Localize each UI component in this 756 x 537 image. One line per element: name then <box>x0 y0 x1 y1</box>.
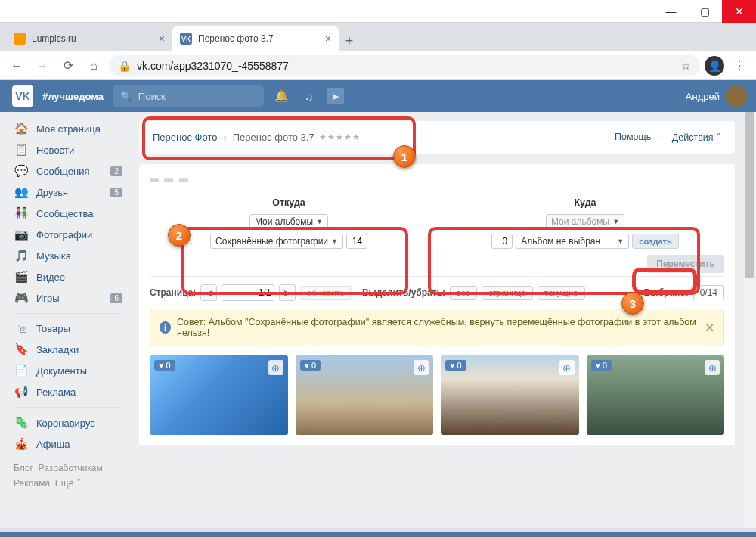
like-badge[interactable]: ♥ 0 <box>300 360 321 371</box>
sidebar-item-documents[interactable]: 📄Документы <box>6 360 130 381</box>
actions-dropdown[interactable]: Действия ˅ <box>672 132 721 143</box>
tip-text: Совет: Альбом "Сохранённые фотографии" я… <box>177 317 699 338</box>
games-icon: 🎮 <box>14 291 29 305</box>
communities-icon: 👫 <box>14 206 29 220</box>
window-maximize-button[interactable]: ▢ <box>688 0 722 23</box>
chevron-down-icon: ▼ <box>316 218 323 225</box>
sidebar-label: Видео <box>36 272 65 283</box>
to-album-select[interactable]: Альбом не выбран▼ <box>516 234 629 249</box>
from-album-select[interactable]: Сохранённые фотографии▼ <box>210 234 343 249</box>
vk-user-menu[interactable]: Андрей <box>686 85 747 107</box>
vertical-scrollbar[interactable] <box>744 112 756 537</box>
chevron-down-icon: ▼ <box>617 237 624 245</box>
breadcrumb-root[interactable]: Перенос Фото <box>153 132 217 143</box>
sidebar-label: Игры <box>36 293 60 304</box>
photo-thumbnail[interactable]: ♥ 0⊕ <box>441 355 579 435</box>
messages-icon: 💬 <box>14 164 29 178</box>
sidebar-item-music[interactable]: 🎵Музыка <box>6 245 130 266</box>
sidebar-item-news[interactable]: 📋Новости <box>6 139 130 160</box>
create-album-button[interactable]: создать <box>632 234 678 249</box>
nav-forward-button[interactable]: → <box>32 55 53 76</box>
to-scope-select[interactable]: Мои альбомы▼ <box>546 214 624 229</box>
move-button[interactable]: Переместить <box>647 255 724 273</box>
zoom-icon[interactable]: ⊕ <box>705 360 720 375</box>
zoom-icon[interactable]: ⊕ <box>414 360 429 375</box>
photo-grid: ♥ 0⊕ ♥ 0⊕ ♥ 0⊕ ♥ 0⊕ <box>150 355 724 435</box>
address-bar[interactable]: 🔒 vk.com/app3231070_-45558877 ☆ <box>109 55 700 76</box>
lock-icon: 🔒 <box>118 60 131 72</box>
browser-tab-vk-app[interactable]: vk Перенос фото 3.7 × <box>172 26 339 51</box>
vk-search-input[interactable]: 🔍 Поиск <box>113 85 264 107</box>
footer-ads-link[interactable]: Реклама <box>14 478 50 489</box>
sidebar-item-coronavirus[interactable]: 🦠Коронавирус <box>6 412 130 433</box>
sidebar-label: Друзья <box>36 187 68 198</box>
sidebar-item-market[interactable]: 🛍Товары <box>6 318 130 339</box>
photo-thumbnail[interactable]: ♥ 0⊕ <box>296 355 434 435</box>
select-page-button[interactable]: страница <box>482 286 533 300</box>
sidebar-label: Афиша <box>36 439 70 450</box>
vk-logo-icon[interactable]: VK <box>12 85 33 107</box>
nav-home-button[interactable]: ⌂ <box>83 55 104 76</box>
window-close-button[interactable]: ✕ <box>722 0 756 23</box>
help-link[interactable]: Помощь <box>615 132 651 143</box>
sidebar-item-video[interactable]: 🎬Видео <box>6 266 130 287</box>
annotation-callout-2: 2 <box>168 224 191 247</box>
music-icon[interactable]: ♫ <box>300 87 318 105</box>
photo-thumbnail[interactable]: ♥ 0⊕ <box>587 355 725 435</box>
like-badge[interactable]: ♥ 0 <box>591 360 612 371</box>
vk-hashtag[interactable]: #лучшедома <box>42 91 104 102</box>
page-next-button[interactable]: ▶ <box>279 284 296 301</box>
like-badge[interactable]: ♥ 0 <box>154 360 175 371</box>
from-column: Откуда Мои альбомы▼ Сохранённые фотограф… <box>150 197 428 249</box>
browser-menu-button[interactable]: ⋮ <box>729 55 750 76</box>
tip-close-button[interactable]: ✕ <box>705 321 714 335</box>
sidebar-item-friends[interactable]: 👥Друзья5 <box>6 182 130 203</box>
from-count: 14 <box>346 234 367 249</box>
tab-close-icon[interactable]: × <box>325 33 331 45</box>
new-tab-button[interactable]: + <box>339 30 360 51</box>
ads-icon: 📢 <box>14 385 29 399</box>
profile-avatar-button[interactable]: 👤 <box>705 56 724 76</box>
sidebar-item-photos[interactable]: 📷Фотографии <box>6 224 130 245</box>
from-scope-select[interactable]: Мои альбомы▼ <box>249 214 328 229</box>
sidebar-item-my-page[interactable]: 🏠Моя страница <box>6 118 130 139</box>
sidebar-item-messages[interactable]: 💬Сообщения2 <box>6 160 130 182</box>
favicon-icon: vk <box>180 33 192 45</box>
scrollbar-thumb[interactable] <box>745 112 754 278</box>
rating-stars-icon[interactable]: ★★★★★ <box>319 132 361 142</box>
sidebar-item-games[interactable]: 🎮Игры6 <box>6 287 130 309</box>
sidebar-item-communities[interactable]: 👫Сообщества <box>6 203 130 224</box>
page-prev-button[interactable]: ◀ <box>200 284 217 301</box>
select-all-button[interactable]: все <box>450 286 477 300</box>
divider <box>14 313 122 314</box>
from-title: Откуда <box>272 197 305 208</box>
browser-tab-lumpics[interactable]: Lumpics.ru × <box>6 26 172 51</box>
footer-blog-link[interactable]: Блог <box>14 463 33 473</box>
tab-title: Lumpics.ru <box>32 33 76 44</box>
footer-more-link[interactable]: Ещё ˅ <box>55 478 81 489</box>
sidebar-item-ads[interactable]: 📢Реклама <box>6 381 130 402</box>
nav-reload-button[interactable]: ⟳ <box>57 55 79 76</box>
sidebar-item-bookmarks[interactable]: 🔖Закладки <box>6 339 130 360</box>
play-icon[interactable]: ▶ <box>327 88 344 104</box>
url-text: vk.com/app3231070_-45558877 <box>137 60 289 72</box>
like-badge[interactable]: ♥ 0 <box>445 360 466 371</box>
zoom-icon[interactable]: ⊕ <box>268 360 284 375</box>
badge: 6 <box>110 293 122 303</box>
notifications-icon[interactable]: 🔔 <box>273 87 291 105</box>
sidebar-item-events[interactable]: 🎪Афиша <box>6 433 130 455</box>
photo-thumbnail[interactable]: ♥ 0⊕ <box>150 355 288 435</box>
chevron-down-icon: ▼ <box>612 218 619 225</box>
news-icon: 📋 <box>14 143 29 157</box>
zoom-icon[interactable]: ⊕ <box>559 360 575 375</box>
select-current-button[interactable]: текущие <box>538 286 585 300</box>
tab-close-icon[interactable]: × <box>159 33 165 45</box>
browser-tab-strip: Lumpics.ru × vk Перенос фото 3.7 × + <box>0 23 756 51</box>
star-icon[interactable]: ☆ <box>681 60 691 72</box>
refresh-button[interactable]: обновить <box>300 286 352 300</box>
footer-devs-link[interactable]: Разработчикам <box>39 463 103 473</box>
friends-icon: 👥 <box>14 185 29 199</box>
window-minimize-button[interactable]: — <box>654 0 688 23</box>
nav-back-button[interactable]: ← <box>6 55 27 76</box>
page-input[interactable] <box>222 284 274 301</box>
